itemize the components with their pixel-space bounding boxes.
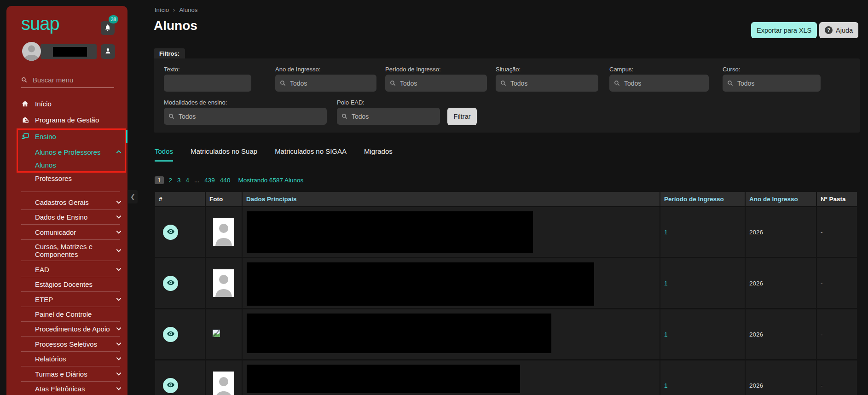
chevron-up-icon: [115, 149, 122, 155]
page-link-2[interactable]: 2: [169, 177, 173, 184]
column-header-ano-de-ingresso[interactable]: Ano de Ingresso: [746, 192, 817, 206]
sidebar-item-label: Atas Eletrônicas: [35, 385, 115, 393]
sidebar-item-label: Estágios Docentes: [35, 280, 122, 288]
filter-input-ano-de-ingresso[interactable]: Todos: [275, 75, 376, 92]
sidebar-item-inicio[interactable]: Início: [21, 96, 122, 111]
help-label: Ajuda: [836, 27, 853, 34]
cell-numero-pasta: -: [817, 258, 858, 308]
sidebar-item-relatorios[interactable]: Relatórios: [21, 351, 122, 366]
view-student-button[interactable]: [163, 276, 178, 291]
chevron-down-icon: [115, 341, 122, 347]
question-icon: ?: [825, 26, 833, 34]
view-student-button[interactable]: [163, 327, 178, 342]
sidebar-item-atas-eletronicas[interactable]: Atas Eletrônicas: [21, 381, 122, 395]
cell-numero-pasta: -: [817, 309, 858, 359]
sidebar-item-cadastros-gerais[interactable]: Cadastros Gerais: [21, 195, 122, 209]
sidebar-item-cursos-matrizes-e-componentes[interactable]: Cursos, Matrizes e Componentes: [21, 243, 122, 258]
redacted-student-data: [247, 211, 533, 253]
student-photo-placeholder: [213, 269, 234, 297]
tabs: TodosMatriculados no SuapMatriculados no…: [155, 147, 393, 162]
ano-ingresso-value: 2026: [749, 229, 763, 236]
sidebar-item-processos-seletivos[interactable]: Processos Seletivos: [21, 337, 122, 351]
numero-pasta-value: -: [821, 229, 823, 236]
avatar[interactable]: [22, 42, 41, 61]
cell-periodo-ingresso: 1: [660, 309, 746, 359]
table-row: 12026-: [155, 207, 858, 258]
column-header-dados-principais[interactable]: Dados Principais: [243, 192, 660, 206]
breadcrumb-home[interactable]: Início: [155, 6, 169, 13]
periodo-ingresso-value[interactable]: 1: [664, 382, 668, 389]
periodo-ingresso-value[interactable]: 1: [664, 229, 668, 236]
chevron-down-icon: [115, 296, 122, 302]
students-table: #FotoDados PrincipaisPeríodo de Ingresso…: [155, 192, 858, 395]
menu-divider: [21, 261, 120, 261]
page-link-3[interactable]: 3: [177, 177, 181, 184]
menu-divider: [21, 192, 120, 192]
sidebar-item-ead[interactable]: EAD: [21, 262, 122, 277]
numero-pasta-value: -: [821, 280, 823, 287]
sidebar-item-label: Ensino: [35, 133, 122, 140]
search-icon: [500, 80, 506, 86]
chevron-down-icon: [115, 325, 122, 332]
periodo-ingresso-value[interactable]: 1: [664, 280, 668, 287]
filter-submit-button[interactable]: Filtrar: [447, 108, 477, 125]
filter-input-texto[interactable]: [164, 75, 251, 92]
sidebar-collapse-button[interactable]: ❮: [128, 190, 138, 203]
sidebar-item-dados-de-ensino[interactable]: Dados de Ensino: [21, 209, 122, 224]
filter-input-campus[interactable]: Todos: [609, 75, 709, 92]
sidebar-item-ensino[interactable]: Ensino: [21, 129, 122, 144]
sidebar-item-programa-de-gestao[interactable]: Programa de Gestão: [21, 112, 122, 127]
filter-input-modalidades-de-ensino[interactable]: Todos: [164, 108, 327, 125]
sidebar-item-etep[interactable]: ETEP: [21, 292, 122, 307]
cell-main-data: Situação:Matriculado: [243, 360, 660, 395]
chevron-down-icon: [115, 199, 122, 205]
view-student-button[interactable]: [163, 225, 178, 240]
sidebar-item-professores[interactable]: Professores: [21, 171, 122, 186]
sidebar-item-comunicador[interactable]: Comunicador: [21, 225, 122, 239]
cell-numero-pasta: -: [817, 207, 858, 257]
sidebar-item-alunos[interactable]: Alunos: [21, 157, 122, 172]
cell-numero-pasta: -: [817, 360, 858, 395]
cell-ano-ingresso: 2026: [746, 258, 817, 308]
view-student-button[interactable]: [163, 378, 178, 393]
cell-periodo-ingresso: 1: [660, 360, 746, 395]
sidebar-item-turmas-e-diarios[interactable]: Turmas e Diários: [21, 366, 122, 381]
tab-migrados[interactable]: Migrados: [364, 147, 393, 162]
filter-input-curso[interactable]: Todos: [723, 75, 821, 92]
chevron-down-icon: [115, 247, 122, 254]
periodo-ingresso-value[interactable]: 1: [664, 331, 668, 338]
breadcrumb-current: Alunos: [179, 6, 197, 13]
sidebar-item-procedimentos-de-apoio[interactable]: Procedimentos de Apoio: [21, 321, 122, 336]
tab-matriculados-no-sigaa[interactable]: Matriculados no SIGAA: [275, 147, 347, 162]
eye-icon: [167, 279, 175, 288]
tab-todos[interactable]: Todos: [155, 147, 173, 162]
cell-actions: [155, 207, 206, 257]
help-button[interactable]: ? Ajuda: [819, 22, 858, 38]
filter-input-situacao[interactable]: Todos: [496, 75, 598, 92]
filter-label-ano-de-ingresso: Ano de Ingresso:: [275, 66, 320, 73]
column-header-n-pasta[interactable]: Nº Pasta: [817, 192, 858, 206]
ano-ingresso-value: 2026: [749, 280, 763, 287]
column-header-periodo-de-ingresso[interactable]: Período de Ingresso: [660, 192, 746, 206]
cell-actions: [155, 360, 206, 395]
filter-input-polo-ead[interactable]: Todos: [337, 108, 440, 125]
filter-label-modalidades-de-ensino: Modalidades de ensino:: [164, 99, 227, 106]
page-link-439[interactable]: 439: [204, 177, 215, 184]
filters-legend: Filtros:: [154, 48, 185, 58]
breadcrumb-separator: ›: [173, 6, 175, 13]
filter-input-periodo-de-ingresso[interactable]: Todos: [385, 75, 487, 92]
pagination-summary: Mostrando 6587 Alunos: [238, 177, 303, 184]
export-xls-button[interactable]: Exportar para XLS: [751, 22, 817, 38]
page-link-1[interactable]: 1: [155, 176, 164, 184]
column-header-[interactable]: #: [155, 192, 206, 206]
chevron-left-icon: ❮: [130, 193, 135, 200]
page-link-4[interactable]: 4: [186, 177, 190, 184]
tab-matriculados-no-suap[interactable]: Matriculados no Suap: [191, 147, 257, 162]
page-link-440[interactable]: 440: [220, 177, 231, 184]
sidebar-item-estagios-docentes[interactable]: Estágios Docentes: [21, 277, 122, 291]
sidebar-item-label: Início: [35, 100, 122, 108]
sidebar-item-label: Alunos e Professores: [35, 148, 115, 156]
sidebar-item-painel-de-controle[interactable]: Painel de Controle: [21, 307, 122, 321]
column-header-foto[interactable]: Foto: [206, 192, 243, 206]
sidebar-item-label: ETEP: [35, 296, 115, 303]
